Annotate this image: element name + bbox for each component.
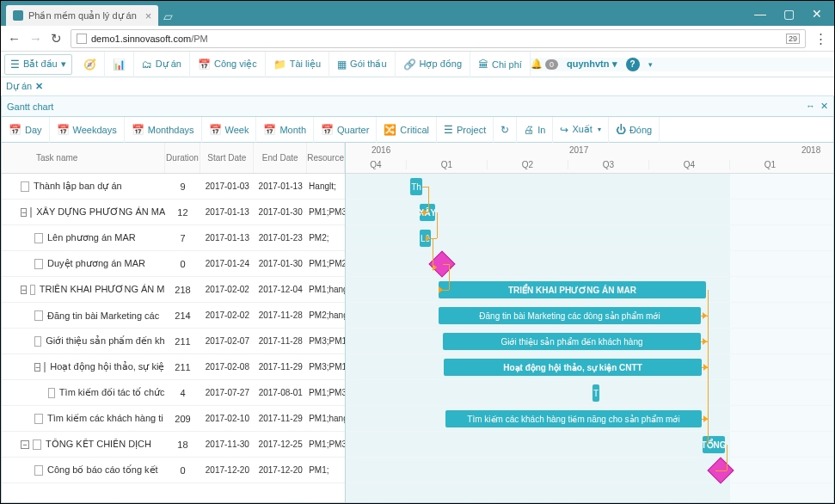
table-row[interactable]: Đăng tin bài Marketing các2142017-02-022…	[2, 303, 345, 329]
gantt-bar[interactable]: Tìm kiếm các khách hàng tiềm năng cho sả…	[445, 410, 702, 427]
tb-close[interactable]: ⏻Đóng	[609, 117, 660, 143]
close-icon[interactable]: ✕	[35, 81, 43, 92]
reload-icon[interactable]: ↻	[51, 31, 62, 46]
gantt-toolbar: 📅Day 📅Weekdays 📅Monthdays 📅Week 📅Month 📅…	[1, 117, 834, 143]
back-icon[interactable]: ←	[8, 31, 21, 46]
file-icon	[48, 388, 55, 398]
gantt-bar[interactable]: TỔNG	[703, 436, 725, 453]
gantt-bar[interactable]: Hoạt động hội thảo, sự kiện CNTT	[444, 359, 702, 376]
file-icon	[34, 310, 43, 321]
gantt-bar[interactable]: Th	[410, 178, 422, 195]
hamburger-icon: ☰	[10, 58, 20, 71]
table-row[interactable]: Thành lập ban dự án92017-01-032017-01-13…	[2, 174, 345, 200]
table-row[interactable]: Tìm kiếm đối tác tổ chức42017-07-272017-…	[2, 380, 345, 406]
collapse-icon[interactable]: −	[21, 440, 29, 449]
task-name: Duyệt phương án MAR	[47, 258, 145, 269]
tb-month[interactable]: 📅Month	[256, 117, 314, 143]
url-input[interactable]: demo1.sinnovasoft.com/PM 29	[71, 29, 806, 48]
table-row[interactable]: Tìm kiếm các khách hàng ti2092017-02-102…	[2, 406, 345, 432]
close-tab-icon[interactable]: ×	[145, 9, 152, 22]
docs-icon: 📁	[273, 58, 286, 71]
year-label: 2017	[569, 145, 588, 155]
tb-quarter[interactable]: 📅Quarter	[314, 117, 377, 143]
table-row[interactable]: Công bố báo cáo tổng kết02017-12-202017-…	[2, 458, 345, 483]
table-row[interactable]: −Hoạt động hội thảo, sự kiện2112017-02-0…	[2, 354, 345, 380]
panel-close-icon[interactable]: ✕	[820, 101, 828, 112]
task-name: XÂY DỰNG PHƯƠNG ÁN MA	[36, 206, 164, 218]
table-row[interactable]: Lên phương án MAR72017-01-132017-01-23PM…	[2, 225, 345, 251]
year-label: 2016	[371, 145, 390, 155]
table-row[interactable]: Duyệt phương án MAR02017-01-242017-01-30…	[2, 251, 345, 277]
menu-project[interactable]: 🗂Dự án	[134, 52, 190, 77]
tb-refresh[interactable]: ↻	[494, 117, 517, 143]
gantt-bar[interactable]: Đăng tin bài Marketing các dòng sản phẩm…	[439, 307, 701, 324]
collapse-icon[interactable]: −	[21, 286, 27, 294]
shuffle-icon: 🔀	[384, 124, 396, 136]
quarter-label: Q3	[568, 160, 648, 169]
window-close-icon[interactable]: ✕	[812, 7, 822, 21]
tb-monthdays[interactable]: 📅Monthdays	[125, 117, 202, 143]
col-start: Start Date	[200, 143, 254, 173]
power-icon: ⏻	[616, 124, 626, 136]
window-minimize-icon[interactable]: —	[754, 7, 766, 21]
menu-docs[interactable]: 📁Tài liệu	[266, 52, 329, 77]
forward-icon[interactable]: →	[29, 31, 42, 46]
bell-icon: 🔔	[531, 58, 543, 69]
tb-week[interactable]: 📅Week	[202, 117, 257, 143]
collapse-icon[interactable]: −	[34, 363, 40, 372]
tab-project[interactable]: Dự án✕	[6, 81, 43, 92]
user-menu[interactable]: quynhvtn ▾	[567, 58, 617, 70]
table-row[interactable]: −XÂY DỰNG PHƯƠNG ÁN MA122017-01-132017-0…	[2, 200, 345, 225]
window-maximize-icon[interactable]: ▢	[783, 7, 795, 21]
collapse-icon[interactable]: ↔	[806, 101, 815, 112]
menu-stats[interactable]: 📊	[105, 52, 134, 77]
timeline-header: 2016 2017 2018 Q4 Q1 Q2 Q3 Q4 Q1	[346, 143, 833, 174]
gantt-bar[interactable]: T	[592, 384, 599, 402]
table-row[interactable]: Giới thiệu sản phẩm đến kh2112017-02-072…	[2, 329, 345, 354]
file-icon	[33, 439, 41, 450]
menu-tasks[interactable]: 📅Công việc	[190, 52, 266, 77]
task-name: Đăng tin bài Marketing các	[47, 310, 159, 321]
file-icon	[34, 233, 43, 243]
table-body: Thành lập ban dự án92017-01-032017-01-13…	[2, 174, 345, 483]
page-icon	[77, 34, 87, 44]
quarter-label: Q2	[487, 160, 568, 169]
tb-critical[interactable]: 🔀Critical	[377, 117, 437, 143]
tb-weekdays[interactable]: 📅Weekdays	[50, 117, 125, 143]
menu-contracts[interactable]: 🔗Hợp đồng	[396, 52, 470, 77]
gantt-area[interactable]: ThXÂYLêTRIỂN KHAI PHƯƠNG ÁN MARĐăng tin …	[346, 174, 833, 502]
file-icon	[34, 414, 43, 424]
chart-icon: 📊	[113, 58, 126, 71]
task-name: Tìm kiếm các khách hàng ti	[47, 413, 163, 424]
file-icon	[34, 465, 43, 476]
gantt-chart[interactable]: 2016 2017 2018 Q4 Q1 Q2 Q3 Q4 Q1 ThXÂYLê…	[346, 143, 833, 502]
table-row[interactable]: −TRIỂN KHAI PHƯƠNG ÁN M2182017-02-022017…	[2, 277, 345, 303]
gantt-bar[interactable]: Giới thiệu sản phẩm đến khách hàng	[443, 333, 701, 350]
gantt-bar[interactable]: TRIỂN KHAI PHƯƠNG ÁN MAR	[439, 281, 706, 298]
menu-start[interactable]: ☰Bắt đầu▾	[4, 54, 72, 75]
tab-title: Phần mềm quản lý dự án	[28, 10, 137, 22]
link-icon: 🔗	[403, 58, 416, 71]
file-icon	[34, 336, 41, 347]
col-end: End Date	[254, 143, 307, 173]
browser-tab[interactable]: Phần mềm quản lý dự án ×	[6, 5, 158, 26]
task-name: TRIỂN KHAI PHƯƠNG ÁN M	[40, 284, 165, 295]
menu-costs[interactable]: 🏛Chi phí	[470, 52, 531, 77]
menu-icon[interactable]: ⋮	[814, 31, 827, 46]
tb-print[interactable]: 🖨In	[517, 117, 553, 143]
print-icon: 🖨	[524, 124, 534, 136]
menu-packages[interactable]: ▦Gói thầu	[329, 52, 395, 77]
tb-project[interactable]: ☰Project	[437, 117, 494, 143]
help-button[interactable]: ?	[626, 58, 640, 71]
notification-button[interactable]: 🔔 0	[531, 58, 558, 70]
menu-dashboard[interactable]: 🧭	[76, 52, 105, 77]
grid-icon: ▦	[337, 58, 347, 71]
new-tab-button[interactable]: ▱	[163, 9, 173, 23]
gantt-main: Task name Duration Start Date End Date R…	[1, 143, 834, 503]
tb-export[interactable]: ↪Xuất▾	[553, 117, 609, 143]
tb-day[interactable]: 📅Day	[2, 117, 50, 143]
col-duration: Duration	[165, 143, 201, 173]
collapse-icon[interactable]: −	[21, 208, 27, 217]
table-row[interactable]: −TỔNG KẾT CHIẾN DỊCH182017-11-302017-12-…	[2, 432, 345, 458]
quarter-label: Q1	[406, 160, 487, 169]
